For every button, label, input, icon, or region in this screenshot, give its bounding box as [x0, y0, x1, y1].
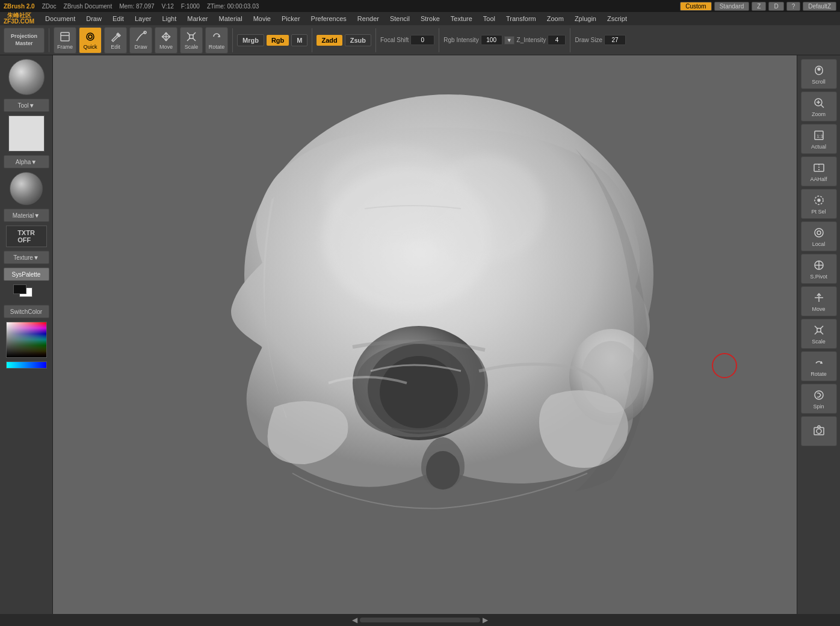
menu-movie[interactable]: Movie	[249, 14, 276, 23]
menu-zscript[interactable]: Zscript	[602, 14, 632, 23]
z-intensity-group: Z_Intensity	[517, 35, 566, 45]
custom-button[interactable]: Custom	[680, 2, 711, 11]
defaultz-button[interactable]: DefaultZ	[803, 2, 836, 11]
svg-point-26	[817, 429, 821, 434]
menu-transform[interactable]: Transform	[501, 14, 541, 23]
projection-master-button[interactable]: ProjectionMaster	[4, 28, 45, 53]
rgb-intensity-arrow[interactable]: ▼	[504, 36, 514, 44]
txtr-button[interactable]: TXTROFF	[6, 226, 47, 247]
material-button[interactable]: Material▼	[4, 209, 49, 222]
scroll-button[interactable]: Scroll	[801, 59, 837, 89]
menu-zplugin[interactable]: Zplugin	[570, 14, 601, 23]
rgb-button[interactable]: Rgb	[267, 35, 289, 46]
menu-layer[interactable]: Layer	[130, 14, 156, 23]
menu-light[interactable]: Light	[157, 14, 181, 23]
z-intensity-label: Z_Intensity	[517, 37, 546, 43]
menu-material[interactable]: Material	[214, 14, 247, 23]
edit-button[interactable]: Edit	[104, 27, 127, 54]
zadd-button[interactable]: Zadd	[317, 35, 342, 46]
m-button[interactable]: M	[291, 34, 307, 46]
scale-button[interactable]: Scale	[180, 27, 203, 54]
separator-6	[570, 28, 570, 52]
scroll-right-arrow[interactable]: ▶	[483, 616, 488, 624]
menu-document[interactable]: Document	[40, 14, 80, 23]
z-intensity-input[interactable]	[548, 35, 566, 45]
zoom-button[interactable]: Zoom	[801, 91, 837, 121]
draw-button[interactable]: Draw	[129, 27, 152, 54]
svg-point-7	[818, 68, 820, 70]
zdoc: ZDoc	[42, 3, 57, 10]
menu-preferences[interactable]: Preferences	[306, 14, 351, 23]
edit-label: Edit	[111, 44, 120, 50]
mem-info: Mem: 87.097	[119, 3, 154, 10]
material-sphere	[10, 172, 43, 205]
rotate-nav-button[interactable]: Rotate	[801, 351, 837, 381]
txtr-label: TXTROFF	[17, 229, 35, 244]
mrgb-button[interactable]: Mrgb	[237, 34, 264, 46]
standard-button[interactable]: Standard	[714, 2, 750, 11]
snapshot-button[interactable]	[801, 416, 837, 446]
spivot-button[interactable]: S.Pivot	[801, 254, 837, 284]
rgb-intensity-label: Rgb Intensity	[443, 37, 478, 43]
aahalf-button[interactable]: AAHalf	[801, 156, 837, 186]
ptsel-button[interactable]: Pt Sel	[801, 189, 837, 219]
alpha-button[interactable]: Alpha▼	[4, 155, 49, 168]
menu-zoom[interactable]: Zoom	[542, 14, 569, 23]
rotate-button[interactable]: Rotate	[205, 27, 228, 54]
zsub-button[interactable]: Zsub	[345, 34, 371, 46]
menu-edit[interactable]: Edit	[108, 14, 129, 23]
menu-bar: 朱峰社区 ZF3D.COM Document Draw Edit Layer L…	[0, 12, 840, 25]
question-button[interactable]: ?	[786, 2, 801, 11]
hue-strip[interactable]	[6, 361, 47, 369]
menu-draw[interactable]: Draw	[81, 14, 107, 23]
scroll-track[interactable]	[360, 618, 480, 622]
menu-render[interactable]: Render	[353, 14, 384, 23]
black-swatch[interactable]	[13, 284, 26, 294]
rgb-intensity-group: Rgb Intensity ▼	[443, 35, 514, 45]
svg-text:1:1: 1:1	[817, 133, 824, 139]
switch-color-button[interactable]: SwitchColor	[4, 305, 49, 318]
svg-line-9	[821, 105, 824, 108]
quick-button[interactable]: Quick	[79, 27, 102, 54]
scale-nav-button[interactable]: Scale	[801, 319, 837, 349]
move-nav-button[interactable]: Move	[801, 286, 837, 316]
menu-marker[interactable]: Marker	[182, 14, 212, 23]
menu-picker[interactable]: Picker	[277, 14, 305, 23]
separator-1	[49, 28, 49, 52]
f-info: F:1000	[181, 3, 200, 10]
texture-button[interactable]: Texture▼	[4, 251, 49, 264]
z-button[interactable]: Z	[752, 2, 766, 11]
d-button[interactable]: D	[768, 2, 783, 11]
menu-stroke[interactable]: Stroke	[416, 14, 445, 23]
app-name: ZBrush 2.0	[4, 3, 35, 10]
top-right-controls: Custom Standard Z D ? DefaultZ	[680, 2, 836, 11]
focal-shift-group: Focal Shift	[380, 35, 434, 45]
title-bar: ZBrush 2.0 ZDoc ZBrush Document Mem: 87.…	[0, 0, 840, 12]
actual-button[interactable]: 1:1 Actual	[801, 124, 837, 154]
menu-stencil[interactable]: Stencil	[385, 14, 415, 23]
spin-button[interactable]: Spin	[801, 384, 837, 414]
right-sidebar: Scroll Zoom 1:1 Actual AAHalf Pt Sel	[797, 55, 840, 614]
svg-point-2	[87, 33, 94, 40]
logo-line2: ZF3D.COM	[4, 19, 34, 25]
frame-button[interactable]: Frame	[54, 27, 76, 54]
menu-tool[interactable]: Tool	[478, 14, 500, 23]
local-button[interactable]: Local	[801, 221, 837, 251]
scroll-left-arrow[interactable]: ◀	[352, 616, 357, 624]
main-canvas[interactable]	[53, 55, 797, 614]
rgb-intensity-input[interactable]	[481, 35, 502, 45]
draw-size-input[interactable]	[604, 35, 626, 45]
draw-size-group: Draw Size	[575, 35, 626, 45]
svg-point-3	[88, 35, 92, 38]
sys-palette-button[interactable]: SysPalette	[4, 268, 49, 281]
scale-label: Scale	[185, 44, 199, 50]
focal-shift-input[interactable]	[410, 35, 434, 45]
color-picker[interactable]	[6, 322, 47, 358]
move-button[interactable]: Move	[155, 27, 178, 54]
alpha-preview	[8, 115, 45, 152]
skull-container	[53, 55, 797, 614]
menu-texture[interactable]: Texture	[446, 14, 477, 23]
draw-size-label: Draw Size	[575, 37, 602, 43]
tool-button[interactable]: Tool▼	[4, 99, 49, 112]
ztime-info: ZTime: 00:00:03.03	[207, 3, 259, 10]
